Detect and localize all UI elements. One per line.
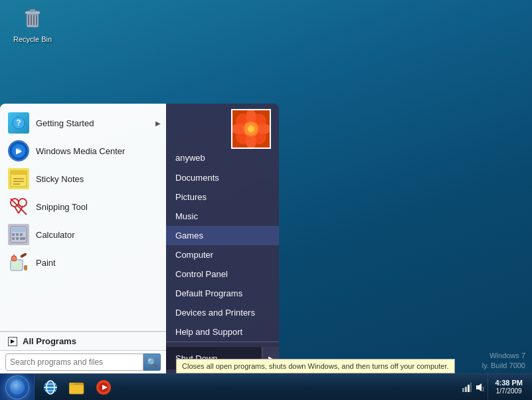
- menu-item-getting-started[interactable]: ? Getting Started ▶: [0, 109, 166, 137]
- svg-rect-4: [33, 15, 35, 25]
- svg-marker-65: [476, 383, 482, 391]
- clock-date: 1/7/2009: [496, 387, 522, 395]
- svg-rect-29: [12, 237, 15, 240]
- menu-item-help[interactable]: Help and Support: [166, 322, 279, 342]
- menu-item-control-panel[interactable]: Control Panel: [166, 264, 279, 284]
- tray-icons: )): [459, 374, 488, 401]
- snipping-icon: [8, 196, 29, 217]
- svg-point-49: [248, 126, 254, 132]
- pinned-programs: ? Getting Started ▶ ▶: [0, 104, 166, 332]
- svg-text:)): )): [482, 386, 484, 391]
- sticky-icon: [8, 168, 29, 189]
- taskbar: )) 4:38 PM 1/7/2009: [0, 373, 532, 400]
- start-orb: [5, 375, 29, 399]
- wmc-icon: ▶: [8, 140, 29, 161]
- menu-item-pictures[interactable]: Pictures: [166, 187, 279, 207]
- svg-rect-25: [12, 228, 25, 232]
- calculator-label: Calculator: [36, 230, 75, 240]
- desktop: Recycle Bin ? Getting Started ▶: [0, 0, 532, 400]
- shutdown-tooltip: Closes all open programs, shuts down Win…: [176, 359, 455, 373]
- svg-rect-5: [36, 15, 37, 25]
- svg-rect-27: [16, 233, 19, 236]
- menu-item-computer[interactable]: Computer: [166, 245, 279, 264]
- svg-line-21: [15, 207, 19, 213]
- svg-rect-33: [12, 261, 21, 269]
- menu-item-snipping[interactable]: Snipping Tool: [0, 193, 166, 221]
- svg-rect-56: [69, 385, 84, 394]
- svg-rect-15: [11, 171, 27, 175]
- svg-text:▶: ▶: [16, 146, 23, 155]
- menu-item-documents[interactable]: Documents: [166, 168, 279, 187]
- menu-item-devices-printers[interactable]: Devices and Printers: [166, 303, 279, 322]
- clock-area[interactable]: 4:38 PM 1/7/2009: [491, 374, 527, 401]
- windows-watermark: Windows 7 ly. Build 7000: [482, 351, 525, 370]
- paint-icon: [8, 252, 29, 273]
- svg-rect-7: [30, 9, 35, 12]
- search-button[interactable]: 🔍: [143, 353, 161, 371]
- wmp-icon: [96, 379, 112, 395]
- svg-rect-62: [465, 387, 467, 392]
- svg-text:?: ?: [16, 118, 21, 128]
- start-menu-left: ? Getting Started ▶ ▶: [0, 104, 166, 373]
- svg-rect-37: [24, 265, 27, 270]
- svg-rect-31: [20, 237, 25, 240]
- taskbar-wmp-button[interactable]: [92, 377, 116, 398]
- paint-label: Paint: [36, 258, 56, 268]
- user-avatar-area: [166, 104, 279, 154]
- recycle-bin-label: Recycle Bin: [13, 35, 52, 43]
- svg-rect-30: [16, 237, 19, 240]
- clock-time: 4:38 PM: [495, 379, 523, 387]
- calculator-icon: [8, 224, 29, 245]
- user-avatar[interactable]: [231, 109, 271, 149]
- tray-network-icon[interactable]: [462, 382, 472, 393]
- svg-rect-2: [28, 15, 29, 25]
- all-programs-row[interactable]: ▶ All Programs: [0, 332, 166, 350]
- menu-item-wmc[interactable]: ▶ Windows Media Center: [0, 137, 166, 165]
- wmc-label: Windows Media Center: [36, 146, 125, 156]
- svg-rect-36: [20, 253, 27, 258]
- menu-item-games[interactable]: Games: [166, 226, 279, 245]
- svg-rect-28: [20, 233, 23, 236]
- taskbar-right: )) 4:38 PM 1/7/2009: [454, 374, 532, 401]
- start-button[interactable]: [0, 374, 35, 401]
- start-orb-inner: [10, 380, 25, 395]
- recycle-bin-icon[interactable]: Recycle Bin: [9, 7, 56, 43]
- svg-point-34: [11, 256, 17, 261]
- menu-item-calculator[interactable]: Calculator: [0, 221, 166, 249]
- taskbar-ie-button[interactable]: [39, 377, 62, 398]
- sticky-label: Sticky Notes: [36, 174, 84, 184]
- start-menu: ? Getting Started ▶ ▶: [0, 104, 279, 373]
- all-programs-arrow-icon: ▶: [8, 337, 17, 346]
- svg-rect-63: [468, 385, 470, 392]
- all-programs-label: All Programs: [23, 336, 76, 346]
- taskbar-explorer-button[interactable]: [65, 377, 89, 398]
- tray-volume-icon[interactable]: )): [474, 382, 485, 393]
- ie-icon: [43, 379, 58, 395]
- svg-rect-3: [31, 15, 32, 25]
- menu-item-paint[interactable]: Paint: [0, 249, 166, 276]
- menu-item-default-programs[interactable]: Default Programs: [166, 284, 279, 303]
- svg-rect-57: [69, 383, 74, 385]
- svg-point-20: [19, 199, 27, 207]
- search-input[interactable]: [5, 353, 143, 371]
- menu-item-music[interactable]: Music: [166, 207, 279, 226]
- getting-started-arrow: ▶: [155, 120, 161, 127]
- snipping-label: Snipping Tool: [36, 202, 88, 212]
- taskbar-items: [35, 374, 454, 400]
- recycle-bin-image: [19, 7, 46, 33]
- svg-rect-64: [470, 383, 472, 392]
- explorer-icon: [69, 379, 85, 395]
- system-tray: )) 4:38 PM 1/7/2009: [459, 374, 527, 401]
- start-menu-right: anyweb Documents Pictures Music Games Co…: [166, 104, 279, 373]
- getting-started-label: Getting Started: [36, 118, 94, 128]
- getting-started-icon: ?: [8, 112, 29, 134]
- search-area: 🔍: [0, 350, 166, 373]
- svg-rect-26: [12, 233, 15, 236]
- menu-item-sticky[interactable]: Sticky Notes: [0, 165, 166, 193]
- svg-rect-61: [462, 388, 464, 392]
